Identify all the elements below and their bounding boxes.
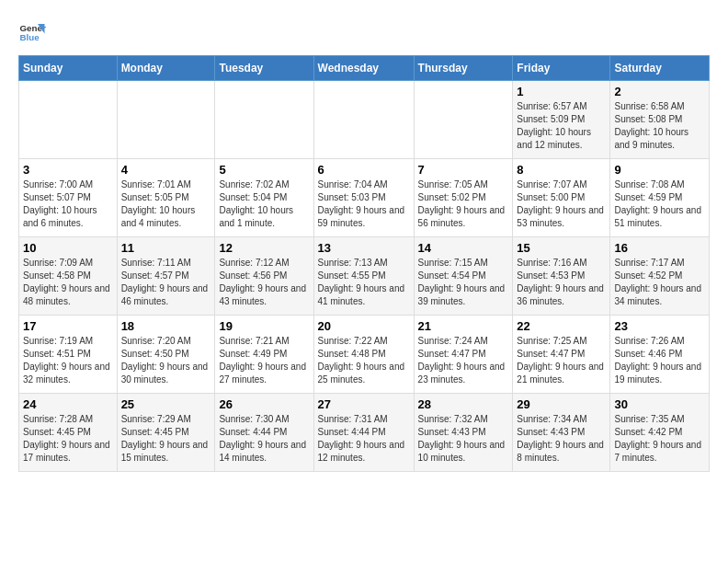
page-header: General Blue [18,18,710,46]
day-info: Sunrise: 7:19 AM Sunset: 4:51 PM Dayligh… [23,335,113,386]
calendar-cell: 1Sunrise: 6:57 AM Sunset: 5:09 PM Daylig… [513,81,610,159]
day-info: Sunrise: 7:00 AM Sunset: 5:07 PM Dayligh… [23,178,113,230]
day-number: 3 [23,163,113,177]
calendar-cell: 17Sunrise: 7:19 AM Sunset: 4:51 PM Dayli… [19,316,118,394]
day-info: Sunrise: 7:35 AM Sunset: 4:42 PM Dayligh… [614,413,705,465]
logo: General Blue [18,18,46,46]
day-info: Sunrise: 7:13 AM Sunset: 4:55 PM Dayligh… [318,257,410,308]
calendar-cell [117,81,215,159]
day-number: 16 [614,241,705,255]
calendar-cell: 16Sunrise: 7:17 AM Sunset: 4:52 PM Dayli… [610,237,710,316]
calendar-cell: 25Sunrise: 7:29 AM Sunset: 4:45 PM Dayli… [117,394,215,472]
day-number: 22 [517,319,606,333]
calendar-cell [414,81,513,159]
day-info: Sunrise: 7:01 AM Sunset: 5:05 PM Dayligh… [121,178,211,230]
calendar-cell: 22Sunrise: 7:25 AM Sunset: 4:47 PM Dayli… [513,316,610,394]
weekday-header: Wednesday [313,56,414,81]
day-info: Sunrise: 7:32 AM Sunset: 4:43 PM Dayligh… [418,413,509,465]
calendar-cell: 19Sunrise: 7:21 AM Sunset: 4:49 PM Dayli… [215,316,313,394]
day-info: Sunrise: 7:25 AM Sunset: 4:47 PM Dayligh… [517,335,606,386]
day-info: Sunrise: 6:58 AM Sunset: 5:08 PM Dayligh… [614,100,705,152]
day-number: 30 [614,397,705,411]
calendar-cell: 12Sunrise: 7:12 AM Sunset: 4:56 PM Dayli… [215,237,313,316]
day-info: Sunrise: 7:12 AM Sunset: 4:56 PM Dayligh… [219,257,309,308]
calendar-cell: 15Sunrise: 7:16 AM Sunset: 4:53 PM Dayli… [513,237,610,316]
day-info: Sunrise: 7:28 AM Sunset: 4:45 PM Dayligh… [23,413,113,465]
calendar-cell: 26Sunrise: 7:30 AM Sunset: 4:44 PM Dayli… [215,394,313,472]
day-number: 28 [418,397,509,411]
day-number: 10 [23,241,113,255]
day-number: 14 [418,241,509,255]
day-info: Sunrise: 7:15 AM Sunset: 4:54 PM Dayligh… [418,257,509,308]
day-info: Sunrise: 7:17 AM Sunset: 4:52 PM Dayligh… [614,257,705,308]
calendar-cell: 30Sunrise: 7:35 AM Sunset: 4:42 PM Dayli… [610,394,710,472]
day-info: Sunrise: 7:11 AM Sunset: 4:57 PM Dayligh… [121,257,211,308]
day-number: 5 [219,163,309,177]
day-number: 1 [517,85,606,98]
day-info: Sunrise: 7:24 AM Sunset: 4:47 PM Dayligh… [418,335,509,386]
calendar-cell: 21Sunrise: 7:24 AM Sunset: 4:47 PM Dayli… [414,316,513,394]
day-number: 18 [121,319,211,333]
logo-icon: General Blue [18,18,46,46]
day-number: 13 [318,241,410,255]
weekday-header: Thursday [414,56,513,81]
calendar-week-row: 17Sunrise: 7:19 AM Sunset: 4:51 PM Dayli… [19,316,710,394]
weekday-header: Monday [117,56,215,81]
calendar-cell: 7Sunrise: 7:05 AM Sunset: 5:02 PM Daylig… [414,159,513,237]
calendar-cell: 13Sunrise: 7:13 AM Sunset: 4:55 PM Dayli… [313,237,414,316]
day-info: Sunrise: 7:26 AM Sunset: 4:46 PM Dayligh… [614,335,705,386]
day-number: 4 [121,163,211,177]
day-info: Sunrise: 6:57 AM Sunset: 5:09 PM Dayligh… [517,100,606,152]
day-info: Sunrise: 7:04 AM Sunset: 5:03 PM Dayligh… [318,178,410,230]
svg-text:Blue: Blue [20,32,40,42]
weekday-header: Sunday [19,56,118,81]
day-number: 9 [614,163,705,177]
weekday-header: Friday [513,56,610,81]
calendar-week-row: 10Sunrise: 7:09 AM Sunset: 4:58 PM Dayli… [19,237,710,316]
calendar-cell: 20Sunrise: 7:22 AM Sunset: 4:48 PM Dayli… [313,316,414,394]
calendar-cell: 18Sunrise: 7:20 AM Sunset: 4:50 PM Dayli… [117,316,215,394]
day-number: 26 [219,397,309,411]
calendar-cell: 10Sunrise: 7:09 AM Sunset: 4:58 PM Dayli… [19,237,118,316]
calendar-cell: 23Sunrise: 7:26 AM Sunset: 4:46 PM Dayli… [610,316,710,394]
day-number: 7 [418,163,509,177]
day-number: 12 [219,241,309,255]
calendar-cell: 3Sunrise: 7:00 AM Sunset: 5:07 PM Daylig… [19,159,118,237]
day-info: Sunrise: 7:30 AM Sunset: 4:44 PM Dayligh… [219,413,309,465]
day-number: 17 [23,319,113,333]
day-info: Sunrise: 7:08 AM Sunset: 4:59 PM Dayligh… [614,178,705,230]
day-number: 8 [517,163,606,177]
day-info: Sunrise: 7:07 AM Sunset: 5:00 PM Dayligh… [517,178,606,230]
day-number: 21 [418,319,509,333]
day-number: 6 [318,163,410,177]
calendar-cell: 24Sunrise: 7:28 AM Sunset: 4:45 PM Dayli… [19,394,118,472]
day-info: Sunrise: 7:02 AM Sunset: 5:04 PM Dayligh… [219,178,309,230]
calendar-cell [19,81,118,159]
calendar-cell: 2Sunrise: 6:58 AM Sunset: 5:08 PM Daylig… [610,81,710,159]
day-info: Sunrise: 7:05 AM Sunset: 5:02 PM Dayligh… [418,178,509,230]
day-number: 11 [121,241,211,255]
calendar-cell: 5Sunrise: 7:02 AM Sunset: 5:04 PM Daylig… [215,159,313,237]
day-info: Sunrise: 7:21 AM Sunset: 4:49 PM Dayligh… [219,335,309,386]
calendar-cell: 14Sunrise: 7:15 AM Sunset: 4:54 PM Dayli… [414,237,513,316]
day-number: 29 [517,397,606,411]
calendar-cell: 27Sunrise: 7:31 AM Sunset: 4:44 PM Dayli… [313,394,414,472]
calendar-cell [313,81,414,159]
day-number: 24 [23,397,113,411]
day-info: Sunrise: 7:20 AM Sunset: 4:50 PM Dayligh… [121,335,211,386]
calendar-cell: 11Sunrise: 7:11 AM Sunset: 4:57 PM Dayli… [117,237,215,316]
calendar-cell: 6Sunrise: 7:04 AM Sunset: 5:03 PM Daylig… [313,159,414,237]
calendar-table: SundayMondayTuesdayWednesdayThursdayFrid… [18,55,710,472]
day-info: Sunrise: 7:29 AM Sunset: 4:45 PM Dayligh… [121,413,211,465]
weekday-header: Saturday [610,56,710,81]
calendar-week-row: 3Sunrise: 7:00 AM Sunset: 5:07 PM Daylig… [19,159,710,237]
day-number: 15 [517,241,606,255]
calendar-header-row: SundayMondayTuesdayWednesdayThursdayFrid… [19,56,710,81]
day-info: Sunrise: 7:22 AM Sunset: 4:48 PM Dayligh… [318,335,410,386]
day-info: Sunrise: 7:31 AM Sunset: 4:44 PM Dayligh… [318,413,410,465]
day-number: 19 [219,319,309,333]
calendar-cell: 8Sunrise: 7:07 AM Sunset: 5:00 PM Daylig… [513,159,610,237]
day-number: 20 [318,319,410,333]
day-number: 23 [614,319,705,333]
day-info: Sunrise: 7:34 AM Sunset: 4:43 PM Dayligh… [517,413,606,465]
